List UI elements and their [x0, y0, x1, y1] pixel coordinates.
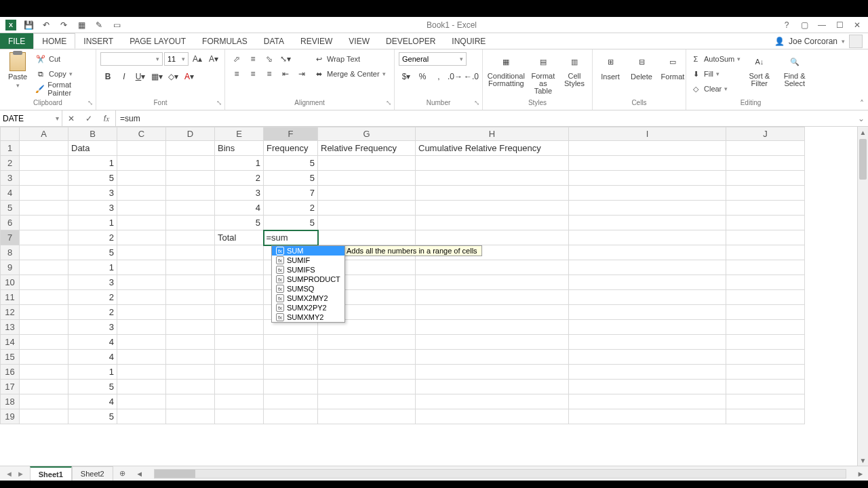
wrap-text-button[interactable]: ↩Wrap Text	[313, 52, 386, 66]
cell-B11[interactable]: 2	[68, 290, 117, 305]
cell-A11[interactable]	[20, 290, 68, 305]
cell-J1[interactable]	[726, 141, 805, 156]
tab-page-layout[interactable]: PAGE LAYOUT	[121, 33, 194, 49]
cell-E1[interactable]: Bins	[215, 141, 264, 156]
font-name-combo[interactable]: ▾	[100, 52, 163, 66]
row-header-8[interactable]: 8	[1, 245, 20, 260]
cell-J10[interactable]	[726, 275, 805, 290]
expand-formula-bar-button[interactable]: ⌄	[854, 110, 868, 126]
cell-H13[interactable]	[416, 320, 569, 335]
cell-H6[interactable]	[416, 216, 569, 230]
cell-E18[interactable]	[215, 394, 264, 409]
cell-I17[interactable]	[569, 380, 726, 394]
format-as-table-button[interactable]: ▤Format as Table	[530, 52, 557, 95]
hscroll-thumb[interactable]	[155, 470, 195, 478]
autosum-button[interactable]: ΣAutoSum▾	[690, 52, 741, 66]
maximize-button[interactable]: ☐	[831, 18, 848, 32]
cell-C4[interactable]	[117, 186, 166, 201]
cell-C2[interactable]	[117, 156, 166, 171]
cell-C14[interactable]	[117, 335, 166, 350]
cell-F7[interactable]: =sum	[264, 230, 318, 245]
cell-D11[interactable]	[166, 290, 215, 305]
signed-in-user[interactable]: 👤Joe Corcoran▾	[774, 33, 868, 49]
cell-A5[interactable]	[20, 201, 68, 216]
decrease-font-button[interactable]: A▾	[206, 52, 221, 66]
cell-J11[interactable]	[726, 290, 805, 305]
cell-E16[interactable]	[215, 365, 264, 380]
cell-I10[interactable]	[569, 275, 726, 290]
row-header-19[interactable]: 19	[1, 409, 20, 424]
cell-A7[interactable]	[20, 230, 68, 245]
autocomplete-item-sum[interactable]: fxSUM	[272, 246, 344, 256]
cell-B2[interactable]: 1	[68, 156, 117, 171]
merge-center-button[interactable]: ⬌Merge & Center▾	[313, 67, 386, 81]
cell-D2[interactable]	[166, 156, 215, 171]
decrease-decimal-button[interactable]: ←.0	[464, 70, 479, 83]
cell-D9[interactable]	[166, 260, 215, 275]
cell-E11[interactable]	[215, 290, 264, 305]
cell-H11[interactable]	[416, 290, 569, 305]
borders-button[interactable]: ▦▾	[149, 70, 164, 83]
cell-J17[interactable]	[726, 380, 805, 394]
cell-A14[interactable]	[20, 335, 68, 350]
cut-button[interactable]: ✂️Cut	[35, 52, 92, 66]
tab-data[interactable]: DATA	[256, 33, 292, 49]
cell-I8[interactable]	[569, 245, 726, 260]
column-header-I[interactable]: I	[569, 127, 726, 141]
cell-H17[interactable]	[416, 380, 569, 394]
cell-F18[interactable]	[264, 394, 318, 409]
cell-I9[interactable]	[569, 260, 726, 275]
collapse-ribbon-button[interactable]: ˄	[860, 99, 864, 108]
cell-C19[interactable]	[117, 409, 166, 424]
cell-F15[interactable]	[264, 350, 318, 365]
alignment-launcher[interactable]: ⤡	[384, 99, 393, 107]
cell-I11[interactable]	[569, 290, 726, 305]
italic-button[interactable]: I	[117, 70, 132, 83]
cell-D18[interactable]	[166, 394, 215, 409]
cell-I19[interactable]	[569, 409, 726, 424]
cell-B10[interactable]: 3	[68, 275, 117, 290]
format-painter-button[interactable]: 🖌️Format Painter	[35, 82, 92, 96]
cell-G3[interactable]	[318, 171, 416, 186]
row-header-16[interactable]: 16	[1, 365, 20, 380]
cell-B1[interactable]: Data	[68, 141, 117, 156]
cell-G14[interactable]	[318, 335, 416, 350]
cell-B8[interactable]: 5	[68, 245, 117, 260]
cell-B19[interactable]: 5	[68, 409, 117, 424]
percent-format-button[interactable]: %	[415, 70, 430, 83]
find-select-button[interactable]: 🔍Find & Select	[778, 52, 811, 87]
align-left-button[interactable]: ≡	[229, 67, 244, 81]
cell-G4[interactable]	[318, 186, 416, 201]
cell-H19[interactable]	[416, 409, 569, 424]
cell-J19[interactable]	[726, 409, 805, 424]
copy-button[interactable]: ⧉Copy▾	[35, 67, 92, 81]
orientation-button[interactable]: ⤡▾	[278, 52, 293, 66]
cell-A17[interactable]	[20, 380, 68, 394]
autocomplete-item-sumifs[interactable]: fxSUMIFS	[272, 265, 344, 274]
cell-F19[interactable]	[264, 409, 318, 424]
cell-D17[interactable]	[166, 380, 215, 394]
cell-B15[interactable]: 4	[68, 350, 117, 365]
row-header-1[interactable]: 1	[1, 141, 20, 156]
horizontal-scrollbar[interactable]	[154, 469, 846, 479]
cell-J9[interactable]	[726, 260, 805, 275]
column-header-B[interactable]: B	[68, 127, 117, 141]
cell-J4[interactable]	[726, 186, 805, 201]
autocomplete-item-sumx2py2[interactable]: fxSUMX2PY2	[272, 303, 344, 312]
cell-D14[interactable]	[166, 335, 215, 350]
sheet-tab-sheet1[interactable]: Sheet1	[30, 466, 72, 481]
formula-autocomplete-popup[interactable]: fxSUMfxSUMIFfxSUMIFSfxSUMPRODUCTfxSUMSQf…	[271, 245, 345, 323]
cell-E2[interactable]: 1	[215, 156, 264, 171]
cell-J16[interactable]	[726, 365, 805, 380]
ribbon-options-button[interactable]: ▢	[796, 18, 812, 32]
tab-formulas[interactable]: FORMULAS	[194, 33, 256, 49]
cell-D15[interactable]	[166, 350, 215, 365]
cell-E13[interactable]	[215, 320, 264, 335]
cell-I2[interactable]	[569, 156, 726, 171]
minimize-button[interactable]: —	[814, 18, 830, 32]
column-header-C[interactable]: C	[117, 127, 166, 141]
cell-F1[interactable]: Frequency	[264, 141, 318, 156]
tab-developer[interactable]: DEVELOPER	[378, 33, 443, 49]
cell-E10[interactable]	[215, 275, 264, 290]
cell-G15[interactable]	[318, 350, 416, 365]
